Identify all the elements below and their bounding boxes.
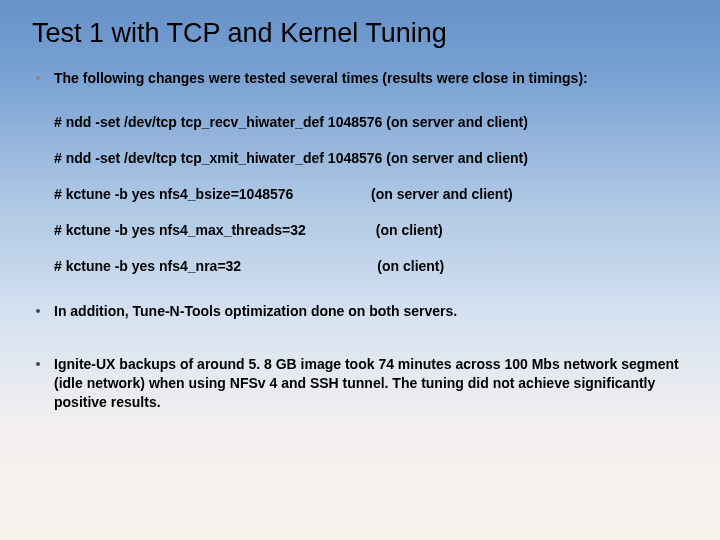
addition-text: In addition, Tune-N-Tools optimization d… bbox=[54, 302, 690, 321]
result-bullet-row: Ignite-UX backups of around 5. 8 GB imag… bbox=[30, 355, 690, 412]
addition-bullet-row: In addition, Tune-N-Tools optimization d… bbox=[30, 302, 690, 321]
command-line: # ndd -set /dev/tcp tcp_xmit_hiwater_def… bbox=[54, 150, 690, 166]
intro-bullet-row: The following changes were tested severa… bbox=[30, 69, 690, 88]
command-block: # ndd -set /dev/tcp tcp_recv_hiwater_def… bbox=[54, 114, 690, 274]
command-text: # kctune -b yes nfs4_bsize=1048576 bbox=[54, 186, 293, 202]
command-line: # kctune -b yes nfs4_bsize=1048576 (on s… bbox=[54, 186, 690, 202]
command-note: (on client) bbox=[377, 258, 444, 274]
intro-text: The following changes were tested severa… bbox=[54, 69, 690, 88]
command-text: # ndd -set /dev/tcp tcp_recv_hiwater_def… bbox=[54, 114, 528, 130]
command-note: (on client) bbox=[376, 222, 443, 238]
command-text: # kctune -b yes nfs4_max_threads=32 bbox=[54, 222, 306, 238]
bullet-icon bbox=[36, 76, 40, 80]
result-text: Ignite-UX backups of around 5. 8 GB imag… bbox=[54, 355, 690, 412]
command-line: # kctune -b yes nfs4_max_threads=32 (on … bbox=[54, 222, 690, 238]
command-pad bbox=[293, 186, 371, 202]
command-line: # ndd -set /dev/tcp tcp_recv_hiwater_def… bbox=[54, 114, 690, 130]
bullet-icon bbox=[36, 362, 40, 366]
command-text: # ndd -set /dev/tcp tcp_xmit_hiwater_def… bbox=[54, 150, 528, 166]
bullet-icon bbox=[36, 309, 40, 313]
slide-title: Test 1 with TCP and Kernel Tuning bbox=[32, 18, 690, 49]
command-pad bbox=[306, 222, 376, 238]
command-line: # kctune -b yes nfs4_nra=32 (on client) bbox=[54, 258, 690, 274]
command-text: # kctune -b yes nfs4_nra=32 bbox=[54, 258, 241, 274]
command-pad bbox=[241, 258, 377, 274]
command-note: (on server and client) bbox=[371, 186, 513, 202]
